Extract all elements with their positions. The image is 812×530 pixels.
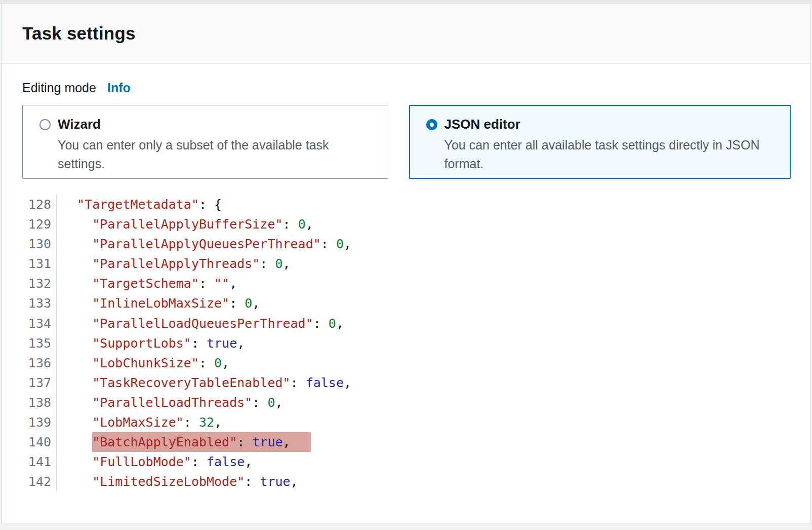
code-text: "LimitedSizeLobMode": true, <box>57 472 298 491</box>
line-number: 137 <box>22 373 57 393</box>
code-line: 136 "LobChunkSize": 0, <box>22 353 791 373</box>
panel-content: Editing mode Info Wizard You can enter o… <box>2 64 810 522</box>
code-text: "TargetSchema": "", <box>57 274 237 293</box>
code-text: "FullLobMode": false, <box>57 452 252 472</box>
line-number: 128 <box>22 195 57 214</box>
code-line: 142 "LimitedSizeLobMode": true, <box>22 472 791 491</box>
code-line: 135 "SupportLobs": true, <box>22 333 791 353</box>
code-line: 139 "LobMaxSize": 32, <box>22 412 791 432</box>
code-line: 137 "TaskRecoveryTableEnabled": false, <box>22 373 791 393</box>
line-number: 131 <box>22 254 57 274</box>
line-number: 142 <box>22 472 57 491</box>
editing-mode-label: Editing mode <box>22 79 96 96</box>
code-line: 130 "ParallelApplyQueuesPerThread": 0, <box>22 234 791 254</box>
wizard-tile-description: You can enter only a subset of the avail… <box>58 136 376 173</box>
code-line: 134 "ParallelLoadQueuesPerThread": 0, <box>22 314 791 333</box>
line-number: 138 <box>22 393 57 412</box>
code-line: 138 "ParallelLoadThreads": 0, <box>22 393 791 412</box>
json-editor-tile-header: JSON editor <box>426 117 778 132</box>
code-line: 133 "InlineLobMaxSize": 0, <box>22 293 791 313</box>
json-editor-tile-description: You can enter all available task setting… <box>444 136 771 173</box>
code-text: "ParallelApplyThreads": 0, <box>57 254 291 274</box>
json-editor-tile-title: JSON editor <box>444 117 520 132</box>
line-number: 140 <box>22 432 57 452</box>
code-text: "ParallelApplyQueuesPerThread": 0, <box>57 234 351 254</box>
line-number: 139 <box>22 412 57 432</box>
line-number: 135 <box>22 333 57 353</box>
info-link[interactable]: Info <box>107 79 131 96</box>
code-text: "BatchApplyEnabled": true, <box>57 432 311 452</box>
json-editor-tile[interactable]: JSON editor You can enter all available … <box>409 105 791 179</box>
code-editor[interactable]: 128 "TargetMetadata": {129 "ParallelAppl… <box>22 195 791 522</box>
page-title: Task settings <box>22 23 136 44</box>
highlighted-code: "BatchApplyEnabled": true, <box>92 432 310 452</box>
wizard-tile[interactable]: Wizard You can enter only a subset of th… <box>22 105 388 179</box>
code-text: "ParallelLoadQueuesPerThread": 0, <box>57 314 344 333</box>
wizard-tile-title: Wizard <box>58 117 101 132</box>
code-text: "TaskRecoveryTableEnabled": false, <box>57 373 351 393</box>
line-number: 132 <box>22 274 57 293</box>
code-text: "TargetMetadata": { <box>57 195 222 214</box>
code-text: "ParallelApplyBufferSize": 0, <box>57 214 313 234</box>
code-text: "LobMaxSize": 32, <box>57 412 222 432</box>
code-line: 132 "TargetSchema": "", <box>22 274 791 293</box>
code-line: 128 "TargetMetadata": { <box>22 195 791 214</box>
editing-mode-tiles: Wizard You can enter only a subset of th… <box>22 105 791 179</box>
code-text: "LobChunkSize": 0, <box>57 353 229 373</box>
code-text: "InlineLobMaxSize": 0, <box>57 293 260 313</box>
json-editor-radio-button[interactable] <box>426 119 437 130</box>
code-line: 131 "ParallelApplyThreads": 0, <box>22 254 791 274</box>
wizard-radio-button[interactable] <box>39 119 51 130</box>
line-number: 136 <box>22 353 57 373</box>
code-line: 140 "BatchApplyEnabled": true, <box>22 432 791 452</box>
code-line: 141 "FullLobMode": false, <box>22 452 791 472</box>
line-number: 133 <box>22 293 57 313</box>
code-text: "SupportLobs": true, <box>57 333 245 353</box>
line-number: 141 <box>22 452 57 472</box>
panel-header: Task settings <box>2 4 810 64</box>
task-settings-panel: Task settings Editing mode Info Wizard Y… <box>1 3 811 523</box>
code-line: 129 "ParallelApplyBufferSize": 0, <box>22 214 791 234</box>
line-number: 134 <box>22 314 57 333</box>
editing-mode-row: Editing mode Info <box>22 79 791 96</box>
line-number: 130 <box>22 234 57 254</box>
code-text: "ParallelLoadThreads": 0, <box>57 393 283 412</box>
wizard-tile-header: Wizard <box>39 117 376 132</box>
line-number: 129 <box>22 214 57 234</box>
